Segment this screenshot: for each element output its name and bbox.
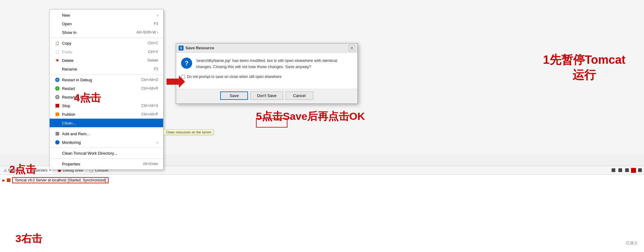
properties-icon: [55, 161, 60, 167]
clean-tomcat-icon: [55, 150, 60, 156]
dialog-message-row: ? 'searchByName.jsp' has been modified, …: [181, 58, 353, 70]
menu-item-delete-label: Delete: [62, 58, 147, 63]
clean-icon: [55, 120, 60, 126]
stop-server-button[interactable]: [631, 168, 636, 173]
menu-item-show-in-label: Show In: [62, 30, 136, 35]
dialog-title-text: Save Resource: [185, 46, 349, 50]
panel-icon-btn-1[interactable]: ⬛: [611, 168, 616, 173]
menu-item-publish-label: Publish: [62, 112, 141, 117]
panel-icon-btn-4[interactable]: ⬛: [637, 168, 643, 173]
watermark: 亿速云: [626, 240, 638, 246]
save-resource-dialog: S Save Resource ✕ ? 'searchByName.jsp' h…: [176, 43, 358, 104]
separator-4: [50, 148, 163, 148]
delete-icon: ✖: [55, 58, 60, 63]
menu-item-stop[interactable]: Stop Ctrl+Alt+S: [50, 101, 163, 110]
panel-icon-btn-2[interactable]: ⬛: [617, 168, 623, 173]
tab-servers-label: Servers: [35, 168, 47, 173]
separator-2: [50, 74, 163, 75]
tomcat-icon: [7, 178, 10, 182]
menu-item-publish[interactable]: Publish Ctrl+Alt+P: [50, 110, 163, 119]
monitoring-icon: [55, 140, 60, 145]
cancel-button[interactable]: Cancel: [286, 91, 313, 100]
separator-1: [50, 38, 163, 38]
dialog-checkbox-row: Do not prompt to save on close when stil…: [181, 75, 353, 79]
new-submenu-arrow: ›: [157, 13, 158, 18]
menu-item-clean-label: Clean...: [62, 121, 158, 125]
restart-debug-icon: ⚙: [55, 77, 60, 83]
menu-item-delete[interactable]: ✖ Delete Delete: [50, 56, 163, 65]
separator-5: [50, 158, 163, 159]
menu-item-paste-label: Paste: [62, 50, 148, 54]
delete-shortcut: Delete: [147, 58, 158, 63]
add-remove-icon: [55, 131, 60, 136]
rename-shortcut: F2: [154, 67, 158, 71]
menu-item-open-label: Open: [62, 22, 154, 26]
menu-item-restart-profile-label: Restart in Profile: [62, 95, 158, 100]
properties-shortcut: Alt+Enter: [143, 162, 158, 166]
menu-item-stop-label: Stop: [62, 104, 141, 108]
menu-item-restart-label: Restart: [62, 86, 141, 91]
menu-item-monitoring-label: Monitoring: [62, 140, 155, 145]
save-button[interactable]: Save: [220, 91, 248, 100]
clean-tooltip: Clean resources on the server: [164, 129, 213, 135]
menu-item-restart-debug-label: Restart in Debug: [62, 78, 141, 82]
menu-item-copy-label: Copy: [62, 41, 148, 46]
menu-item-new-label: New: [62, 13, 155, 18]
bottom-panel: ⚠ Problems 🖥 Servers ✕ 🐞 Debug Shell 📋 C…: [0, 166, 644, 252]
copy-shortcut: Ctrl+C: [148, 41, 158, 45]
dialog-message-text: 'searchByName.jsp' has been modified, bu…: [196, 58, 353, 70]
info-icon: ?: [181, 58, 192, 69]
servers-icon: 🖥: [30, 168, 34, 173]
dont-prompt-label: Do not prompt to save on close when stil…: [187, 75, 282, 79]
publish-icon: [55, 112, 60, 117]
dialog-titlebar: S Save Resource ✕: [176, 43, 357, 53]
paste-icon: 📋: [55, 49, 60, 55]
menu-item-clean[interactable]: Clean...: [50, 119, 163, 127]
server-name: Tomcat v9.0 Server at localhost: [15, 178, 66, 182]
new-icon: [55, 12, 60, 18]
menu-item-paste[interactable]: 📋 Paste Ctrl+V: [50, 47, 163, 56]
menu-item-rename[interactable]: Rename F2: [50, 65, 163, 73]
menu-item-show-in[interactable]: Show In Alt+Shift+W ›: [50, 28, 163, 37]
copy-icon: 📋: [55, 40, 60, 46]
menu-item-rename-label: Rename: [62, 67, 154, 71]
server-list-row[interactable]: ▶ Tomcat v9.0 Server at localhost [Start…: [0, 176, 644, 185]
menu-item-add-remove[interactable]: Add and Rem... Clean resources on the se…: [50, 129, 163, 138]
dont-save-button[interactable]: Don't Save: [250, 91, 283, 100]
problems-icon: ⚠: [4, 168, 7, 173]
menu-item-properties-label: Properties: [62, 162, 143, 166]
dialog-close-button[interactable]: ✕: [349, 45, 355, 51]
open-icon: [55, 21, 60, 26]
menu-item-properties[interactable]: Properties Alt+Enter: [50, 160, 163, 168]
stop-icon: [55, 103, 60, 108]
menu-item-clean-tomcat-label: Clean Tomcat Work Directory...: [62, 151, 158, 156]
panel-icon-btn-3[interactable]: ⬛: [624, 168, 630, 173]
separator-3: [50, 128, 163, 128]
dialog-body: ? 'searchByName.jsp' has been modified, …: [176, 53, 357, 89]
menu-item-clean-tomcat[interactable]: Clean Tomcat Work Directory...: [50, 149, 163, 157]
menu-item-add-remove-label: Add and Rem...: [62, 132, 158, 136]
server-status: [Started, Synchronized]: [68, 178, 106, 182]
panel-toolbar: ⬛ ⬛ ⬛ ⬛: [611, 168, 643, 173]
menu-item-restart-profile[interactable]: ⚙ Restart in Profile: [50, 93, 163, 101]
tab-problems-label: Problems: [8, 168, 24, 173]
menu-item-copy[interactable]: 📋 Copy Ctrl+C: [50, 39, 163, 47]
context-menu: New › Open F3 Show In Alt+Shift+W › 📋 Co…: [49, 9, 163, 170]
publish-shortcut: Ctrl+Alt+P: [141, 112, 158, 116]
menu-item-restart[interactable]: ↺ Restart Ctrl+Alt+R: [50, 84, 163, 93]
svg-text:S: S: [180, 46, 182, 50]
menu-item-new[interactable]: New ›: [50, 11, 163, 19]
server-row-highlighted: Tomcat v9.0 Server at localhost [Started…: [12, 177, 109, 183]
restart-debug-shortcut: Ctrl+Alt+D: [141, 78, 158, 82]
open-shortcut: F3: [154, 22, 158, 26]
dont-prompt-checkbox[interactable]: [181, 75, 185, 79]
rename-icon: [55, 66, 60, 72]
dialog-title-icon: S: [179, 46, 184, 51]
menu-item-open[interactable]: Open F3: [50, 19, 163, 28]
menu-item-restart-debug[interactable]: ⚙ Restart in Debug Ctrl+Alt+D: [50, 75, 163, 84]
show-in-icon: [55, 30, 60, 35]
show-in-shortcut: Alt+Shift+W ›: [136, 30, 158, 35]
menu-item-monitoring[interactable]: Monitoring ›: [50, 138, 163, 147]
restart-profile-icon: ⚙: [55, 94, 60, 100]
tab-problems[interactable]: ⚠ Problems: [1, 166, 27, 174]
